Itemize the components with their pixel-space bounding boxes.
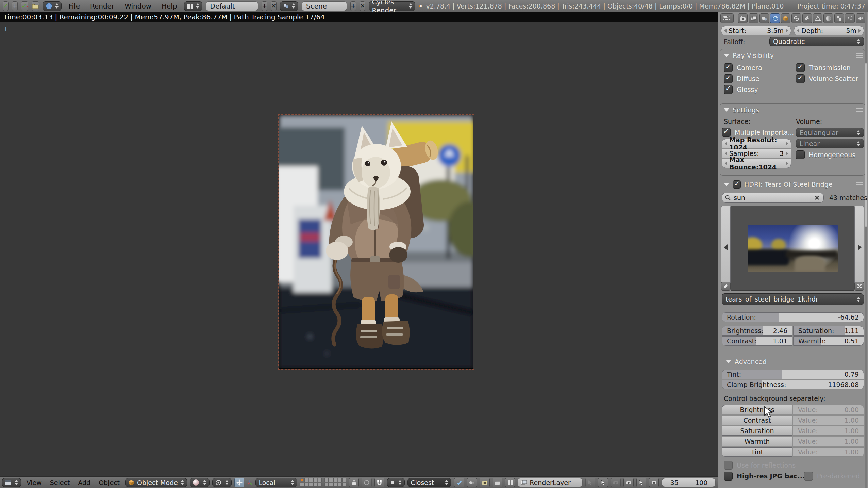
render-still-button[interactable] [480, 478, 489, 487]
render-animation-button[interactable] [493, 478, 502, 487]
use-reflections-checkbox[interactable] [724, 461, 733, 470]
hdri-preview-box[interactable] [731, 206, 854, 291]
layout-delete-button[interactable]: ✕ [271, 1, 277, 11]
save-check-icon[interactable]: ✓ [3, 1, 9, 11]
preview-next-icon[interactable] [858, 244, 862, 250]
pre-darkened-checkbox[interactable] [804, 472, 813, 481]
scene-icon-button[interactable] [280, 1, 298, 11]
layers-grid-1[interactable] [300, 478, 322, 487]
select-sync-off-button[interactable] [585, 478, 595, 487]
camera-select-button[interactable] [649, 478, 659, 487]
hdri-search-input[interactable]: sun [722, 193, 810, 203]
bg-contrast-value-field[interactable]: Value:1.00 [793, 416, 864, 425]
cursor-select-button[interactable] [636, 478, 646, 487]
select-sync-on-button[interactable] [598, 478, 608, 487]
snap-self-button[interactable] [467, 478, 477, 487]
tab-object-data[interactable] [813, 13, 822, 23]
tint-slider[interactable]: Tint: 0.79 [722, 370, 864, 379]
menu-file[interactable]: File [65, 2, 83, 10]
scene-add-button[interactable]: + [350, 1, 356, 11]
settings-header[interactable]: Settings [724, 106, 863, 114]
layout-name-field[interactable]: Default [206, 1, 258, 11]
volume-sampling-select[interactable]: Equiangular [796, 128, 864, 137]
homogeneous-checkbox[interactable] [796, 150, 805, 159]
scene-delete-button[interactable]: ✕ [360, 1, 365, 11]
viewport-render-preview[interactable]: + [0, 22, 718, 476]
tab-render[interactable] [738, 13, 748, 23]
bg-warmth-button[interactable]: Warmth [722, 437, 792, 446]
pre-darkened-row[interactable]: Pre-darkened [804, 472, 860, 481]
panel-grip-icon[interactable] [856, 110, 863, 110]
proportional-edit-button[interactable] [362, 478, 371, 487]
snap-element-select[interactable] [387, 478, 405, 487]
preview-prev-icon[interactable] [724, 244, 728, 250]
tab-particles[interactable] [845, 13, 854, 23]
layout-add-button[interactable]: + [262, 1, 267, 11]
hdri-panorama-thumbnail[interactable] [748, 225, 838, 272]
tab-world[interactable] [770, 13, 780, 23]
hdri-filename-select[interactable]: tears_of_steel_bridge_1k.hdr [722, 293, 864, 305]
volume-scatter-checkbox[interactable] [796, 74, 805, 83]
menu-window[interactable]: Window [121, 2, 155, 10]
tab-render-layers[interactable] [749, 13, 758, 23]
bg-tint-button[interactable]: Tint [722, 447, 792, 457]
clamp-brightness-slider[interactable]: Clamp Brightness: 11968.08 [722, 380, 864, 389]
scene-name-field[interactable]: Scene [302, 1, 347, 11]
bg-brightness-button[interactable]: Brightness [722, 405, 792, 414]
snap-toggle-button[interactable] [374, 478, 384, 487]
bg-contrast-button[interactable]: Contrast [722, 416, 792, 425]
contrast-slider[interactable]: Contrast: 1.01 [722, 336, 792, 346]
tab-modifiers[interactable] [802, 13, 812, 23]
use-reflections-row[interactable]: Use for reflections [724, 461, 796, 470]
falloff-select[interactable]: Quadratic [769, 37, 864, 46]
bg-warmth-value-field[interactable]: Value:1.00 [793, 437, 864, 446]
menu-add[interactable]: Add [75, 479, 93, 486]
search-clear-button[interactable] [810, 193, 824, 203]
mist-depth-field[interactable]: Depth: 5m [794, 26, 864, 35]
editor-type-info-button[interactable]: i [43, 1, 62, 11]
render-layer-select[interactable]: RenderLayer [518, 478, 583, 487]
camera-dim-button[interactable] [611, 478, 621, 487]
check-edit-icon[interactable]: ✓. [21, 1, 28, 11]
properties-editor-select[interactable] [720, 13, 734, 23]
panel-grip-icon[interactable] [856, 55, 863, 56]
homogeneous-row[interactable]: Homogeneous [796, 150, 855, 159]
bg-saturation-button[interactable]: Saturation [722, 426, 792, 436]
highres-jpg-checkbox[interactable] [724, 472, 733, 481]
panel-grip-icon[interactable] [856, 184, 863, 185]
rotation-slider[interactable]: Rotation: -64.62 [722, 312, 864, 322]
camera-checkbox[interactable] [724, 63, 733, 72]
camera-button[interactable] [623, 478, 633, 487]
glossy-checkbox-row[interactable]: Glossy [724, 85, 758, 94]
snap-mode-select[interactable]: Closest [407, 478, 451, 487]
tab-constraints[interactable] [791, 13, 801, 23]
multiple-importance-row[interactable]: Multiple Importa... [722, 128, 794, 137]
bg-saturation-value-field[interactable]: Value:1.00 [793, 426, 864, 436]
editor-type-3dview-button[interactable] [2, 478, 21, 487]
tab-texture[interactable] [834, 13, 844, 23]
preview-tag-button[interactable] [721, 282, 731, 291]
tab-material[interactable] [823, 13, 833, 23]
tab-physics[interactable] [856, 13, 865, 23]
volume-interpolation-select[interactable]: Linear [796, 139, 864, 148]
diffuse-checkbox[interactable] [724, 74, 733, 83]
manipulator-toggle-button[interactable] [234, 478, 244, 487]
tab-scene[interactable] [760, 13, 769, 23]
brightness-slider[interactable]: Brightness: 2.46 [722, 326, 792, 336]
transform-orientation-select[interactable]: Local [255, 478, 297, 487]
volume-scatter-checkbox-row[interactable]: Volume Scatter [796, 74, 858, 83]
menu-object[interactable]: Object [96, 479, 122, 486]
hdri-header[interactable]: HDRI: Tears Of Steel Bridge [724, 180, 863, 189]
transmission-checkbox[interactable] [796, 63, 805, 72]
folder-icon[interactable] [32, 1, 39, 11]
mode-select[interactable]: Object Mode [125, 478, 187, 487]
advanced-header[interactable]: Advanced [726, 358, 767, 365]
highres-jpg-row[interactable]: High-res JPG bac... [724, 472, 805, 481]
menu-render[interactable]: Render [87, 2, 118, 10]
hdri-enable-checkbox[interactable] [733, 180, 741, 189]
warmth-slider[interactable]: Warmth: 0.51 [793, 336, 864, 346]
transmission-checkbox-row[interactable]: Transmission [796, 63, 851, 72]
camera-checkbox-row[interactable]: Camera [724, 63, 762, 72]
tab-object[interactable] [781, 13, 790, 23]
map-resolution-field[interactable]: Map Resolut: 1024 [722, 139, 791, 148]
